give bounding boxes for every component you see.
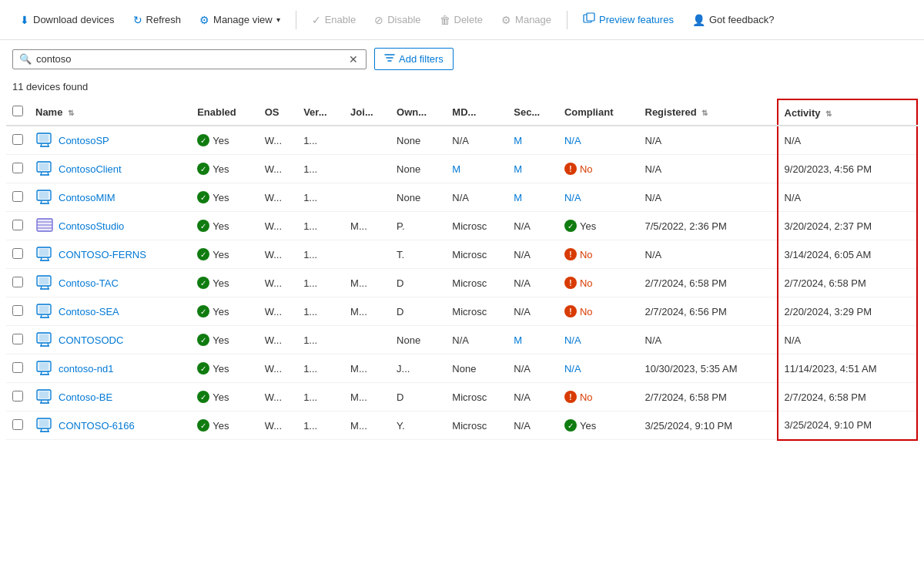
- device-name: Contoso-TAC: [59, 277, 119, 289]
- row-checkbox[interactable]: [12, 248, 23, 259]
- compliant-cell: ✓ Yes: [558, 412, 639, 440]
- registered-sort-icon[interactable]: ⇅: [701, 109, 708, 117]
- sec-link[interactable]: M: [514, 163, 522, 175]
- device-name-link[interactable]: CONTOSO-6166: [35, 418, 185, 433]
- joi-cell: M...: [344, 212, 390, 240]
- add-filters-button[interactable]: Add filters: [374, 48, 454, 70]
- row-checkbox[interactable]: [12, 220, 23, 230]
- compliant-value: Yes: [580, 220, 596, 232]
- table-row: contoso-nd1 ✓ Yes W...1...M...J... None …: [6, 354, 917, 383]
- feedback-button[interactable]: 👤 Got feedback?: [685, 9, 782, 31]
- enabled-value: Yes: [213, 306, 229, 317]
- ver-cell: 1...: [297, 297, 344, 326]
- row-checkbox[interactable]: [12, 305, 23, 316]
- sec-link[interactable]: M: [514, 334, 522, 346]
- ver-cell: 1...: [297, 183, 344, 212]
- compliant-na-link[interactable]: N/A: [564, 192, 581, 203]
- svg-rect-25: [39, 334, 49, 341]
- device-name-link[interactable]: CONTOSODC: [35, 332, 185, 348]
- own-cell: D: [390, 383, 446, 412]
- sec-link[interactable]: M: [514, 135, 522, 146]
- device-name-link[interactable]: contoso-nd1: [35, 361, 185, 376]
- select-all-checkbox[interactable]: [12, 106, 23, 116]
- compliant-na-link[interactable]: N/A: [564, 334, 581, 346]
- check-icon: ✓: [197, 248, 209, 260]
- activity-cell: 9/20/2023, 4:56 PM: [778, 155, 917, 183]
- disable-label: Disable: [387, 14, 420, 25]
- delete-button[interactable]: 🗑 Delete: [432, 9, 491, 31]
- table-row: Contoso-TAC ✓ Yes W...1...M...D Microsc …: [6, 269, 917, 297]
- manage-label: Manage: [515, 14, 551, 25]
- devices-table-wrap: Name ⇅ Enabled OS Ver... Joi... Own... M…: [0, 99, 924, 441]
- table-row: Contoso-SEA ✓ Yes W...1...M...D Microsc …: [6, 297, 917, 326]
- device-name-cell: ContosoSP: [29, 126, 191, 155]
- search-input[interactable]: [36, 53, 347, 65]
- compliant-status: ! No: [564, 277, 633, 289]
- joi-cell: M...: [344, 269, 390, 297]
- table-row: CONTOSO-FERNS ✓ Yes W...1...T. Microsc N…: [6, 240, 917, 269]
- device-name-cell: CONTOSO-6166: [29, 412, 191, 440]
- device-name-link[interactable]: CONTOSO-FERNS: [35, 247, 185, 262]
- row-checkbox[interactable]: [12, 334, 23, 344]
- manage-view-button[interactable]: ⚙ Manage view ▾: [192, 9, 288, 31]
- compliant-cell: N/A: [558, 354, 639, 383]
- activity-cell: N/A: [778, 126, 917, 155]
- activity-sort-icon[interactable]: ⇅: [825, 109, 832, 118]
- device-name-link[interactable]: ContosoSP: [35, 133, 185, 148]
- device-type-icon: [35, 304, 54, 319]
- svg-rect-28: [39, 363, 49, 370]
- activity-cell: N/A: [778, 183, 917, 212]
- compliant-na-link[interactable]: N/A: [564, 363, 581, 375]
- row-checkbox[interactable]: [12, 391, 23, 401]
- refresh-button[interactable]: ↻ Refresh: [126, 9, 189, 31]
- row-checkbox-cell: [6, 240, 29, 269]
- enabled-cell: ✓ Yes: [191, 126, 259, 155]
- col-enabled-header: Enabled: [191, 99, 259, 126]
- disable-button[interactable]: ⊘ Disable: [367, 9, 428, 31]
- name-sort-icon[interactable]: ⇅: [68, 109, 74, 117]
- row-checkbox-cell: [6, 412, 29, 440]
- md-link[interactable]: M: [452, 163, 460, 175]
- row-checkbox[interactable]: [12, 419, 23, 430]
- row-checkbox[interactable]: [12, 134, 23, 145]
- enabled-value: Yes: [213, 334, 229, 346]
- row-checkbox[interactable]: [12, 362, 23, 373]
- preview-features-button[interactable]: Preview features: [575, 8, 681, 32]
- col-joi-header: Joi...: [344, 99, 390, 126]
- enabled-status: ✓ Yes: [197, 362, 253, 375]
- enabled-value: Yes: [213, 420, 229, 432]
- row-checkbox[interactable]: [12, 163, 23, 173]
- manage-button[interactable]: ⚙ Manage: [494, 9, 559, 31]
- sec-cell: M: [507, 326, 558, 354]
- col-own-header: Own...: [390, 99, 446, 126]
- registered-cell: N/A: [639, 183, 778, 212]
- compliant-value: No: [580, 249, 593, 260]
- row-checkbox-cell: [6, 183, 29, 212]
- device-name-link[interactable]: ContosoMIM: [35, 190, 185, 205]
- md-cell: Microsc: [446, 240, 507, 269]
- compliant-status: ! No: [564, 305, 633, 317]
- row-checkbox[interactable]: [12, 277, 23, 287]
- sec-link[interactable]: M: [514, 192, 522, 203]
- device-type-icon: [35, 247, 54, 262]
- registered-cell: 10/30/2023, 5:35 AM: [639, 354, 778, 383]
- download-devices-button[interactable]: ⬇ Download devices: [12, 9, 122, 31]
- own-cell: None: [390, 155, 446, 183]
- compliant-exclaim-icon: !: [564, 391, 577, 403]
- joi-cell: [344, 155, 390, 183]
- joi-cell: M...: [344, 412, 390, 440]
- device-name-link[interactable]: ContosoClient: [35, 161, 185, 176]
- device-name-cell: CONTOSODC: [29, 326, 191, 354]
- compliant-na-link[interactable]: N/A: [564, 135, 581, 146]
- joi-cell: M...: [344, 354, 390, 383]
- row-checkbox[interactable]: [12, 191, 23, 202]
- device-type-icon: [35, 418, 54, 433]
- device-name-link[interactable]: ContosoStudio: [35, 218, 185, 233]
- device-name-link[interactable]: Contoso-BE: [35, 389, 185, 405]
- enable-button[interactable]: ✓ Enable: [304, 9, 363, 31]
- clear-search-button[interactable]: ✕: [347, 53, 360, 66]
- registered-cell: N/A: [639, 326, 778, 354]
- registered-cell: 2/7/2024, 6:58 PM: [639, 269, 778, 297]
- device-name-link[interactable]: Contoso-TAC: [35, 275, 185, 291]
- device-name-link[interactable]: Contoso-SEA: [35, 304, 185, 319]
